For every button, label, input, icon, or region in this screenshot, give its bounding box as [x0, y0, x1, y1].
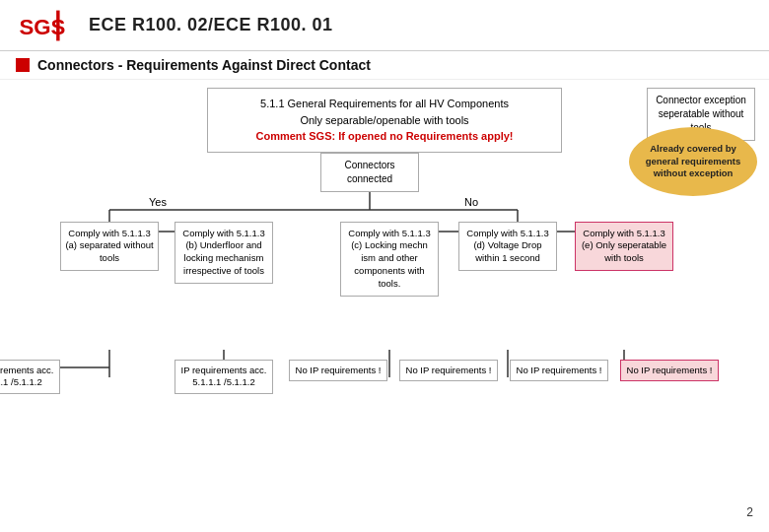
flow-area: Connectors connected Yes No Comply with …	[15, 153, 754, 488]
ip-box-4: No IP requirements !	[399, 360, 498, 382]
comply-box-2: Comply with 5.1.1.3 (b) Underfloor and l…	[175, 222, 273, 284]
yes-label: Yes	[149, 196, 167, 208]
ip-box-2: IP requirements acc. 5.1.1.1 /5.1.1.2	[175, 360, 273, 395]
subtitle-bar: Connectors - Requirements Against Direct…	[0, 51, 769, 80]
no-label: No	[464, 196, 478, 208]
subtitle-bullet	[16, 58, 30, 72]
header-title: ECE R100. 02/ECE R100. 01	[89, 15, 333, 35]
already-covered-label: Already covered by general requirements …	[629, 127, 757, 196]
top-box-comment: Comment SGS: If opened no Requirements a…	[220, 128, 549, 145]
subtitle-text: Connectors - Requirements Against Direct…	[37, 57, 371, 73]
comply-box-1: Comply with 5.1.1.3 (a) separated withou…	[60, 222, 159, 271]
header: SGS ECE R100. 02/ECE R100. 01	[0, 0, 769, 51]
main-content: 5.1.1 General Requirements for all HV Co…	[0, 80, 769, 523]
comply-box-3: Comply with 5.1.1.3 (c) Locking mechn is…	[340, 222, 439, 297]
ip-box-6: No IP requirements !	[620, 360, 719, 382]
logo: SGS	[16, 8, 75, 43]
flow-lines	[15, 153, 754, 488]
top-box-line1: 5.1.1 General Requirements for all HV Co…	[220, 96, 549, 112]
page-number: 2	[746, 505, 753, 519]
connectors-box: Connectors connected	[320, 153, 419, 192]
ip-box-5: No IP requirements !	[510, 360, 608, 382]
svg-rect-2	[56, 10, 59, 40]
top-box: 5.1.1 General Requirements for all HV Co…	[207, 88, 562, 153]
ip-box-3: No IP requirements !	[289, 360, 387, 382]
top-box-line2: Only separable/openable with tools	[220, 112, 549, 129]
comply-box-5: Comply with 5.1.1.3 (e) Only seperatable…	[575, 222, 673, 271]
ip-box-1: IP requirements acc. 5.1.1.1 /5.1.1.2	[0, 360, 60, 395]
comply-box-4: Comply with 5.1.1.3 (d) Voltage Drop wit…	[458, 222, 557, 271]
